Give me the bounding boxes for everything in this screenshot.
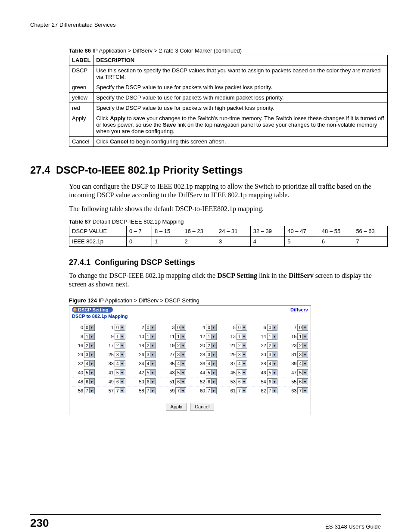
chevron-down-icon: ▼	[272, 343, 277, 348]
mapping-cell: 354▼	[163, 360, 186, 367]
priority-select[interactable]: 6▼	[206, 378, 217, 385]
priority-select[interactable]: 4▼	[84, 360, 95, 367]
table86-caption-text: IP Application > DiffServ > 2-rate 3 Col…	[91, 47, 242, 54]
priority-select[interactable]: 7▼	[145, 387, 156, 394]
priority-select[interactable]: 1▼	[237, 333, 247, 340]
priority-select[interactable]: 6▼	[297, 378, 308, 385]
priority-select[interactable]: 0▼	[175, 324, 186, 331]
mapping-cell: 394▼	[285, 360, 308, 367]
chevron-down-icon: ▼	[242, 352, 246, 357]
priority-select[interactable]: 2▼	[145, 342, 156, 349]
priority-select[interactable]: 5▼	[206, 369, 217, 376]
priority-select[interactable]: 5▼	[237, 369, 247, 376]
priority-select[interactable]: 6▼	[115, 378, 125, 385]
cancel-button[interactable]: Cancel	[190, 403, 214, 411]
diffserv-link[interactable]: Diffserv	[290, 307, 308, 312]
priority-select[interactable]: 3▼	[206, 351, 217, 358]
cell-desc: Specify the DSCP value to use for packet…	[93, 103, 388, 113]
priority-select[interactable]: 2▼	[206, 342, 217, 349]
mapping-row: 405▼415▼425▼435▼445▼455▼465▼475▼	[72, 368, 308, 377]
priority-select[interactable]: 1▼	[115, 333, 125, 340]
priority-select[interactable]: 4▼	[145, 360, 156, 367]
priority-select[interactable]: 1▼	[297, 333, 308, 340]
priority-select[interactable]: 7▼	[237, 387, 247, 394]
mapping-cell: 91▼	[103, 333, 125, 340]
priority-select[interactable]: 3▼	[297, 351, 308, 358]
priority-select[interactable]: 3▼	[175, 351, 186, 358]
priority-select[interactable]: 2▼	[84, 342, 95, 349]
priority-select[interactable]: 0▼	[84, 324, 95, 331]
priority-select[interactable]: 2▼	[115, 342, 125, 349]
apply-button[interactable]: Apply	[166, 403, 187, 411]
priority-select[interactable]: 7▼	[175, 387, 186, 394]
priority-value: 5	[269, 370, 271, 375]
priority-value: 7	[238, 389, 241, 393]
priority-select[interactable]: 1▼	[206, 333, 217, 340]
priority-select[interactable]: 3▼	[115, 351, 125, 358]
mapping-cell: 637▼	[285, 387, 308, 394]
dscp-index: 20	[199, 343, 205, 348]
priority-value: 6	[208, 380, 210, 384]
priority-select[interactable]: 3▼	[267, 351, 278, 358]
priority-select[interactable]: 6▼	[267, 378, 278, 385]
priority-select[interactable]: 6▼	[84, 378, 95, 385]
priority-select[interactable]: 5▼	[145, 369, 156, 376]
priority-select[interactable]: 1▼	[145, 333, 156, 340]
mapping-cell: 70▼	[285, 324, 308, 331]
chevron-down-icon: ▼	[211, 343, 216, 348]
priority-select[interactable]: 5▼	[267, 369, 278, 376]
priority-select[interactable]: 1▼	[84, 333, 95, 340]
priority-select[interactable]: 4▼	[175, 360, 186, 367]
mapping-cell: 121▼	[194, 333, 217, 340]
dscp-index: 9	[108, 334, 114, 339]
chevron-down-icon: ▼	[89, 379, 94, 384]
mapping-cell: 101▼	[133, 333, 156, 340]
priority-select[interactable]: 0▼	[267, 324, 278, 331]
priority-select[interactable]: 2▼	[237, 342, 247, 349]
priority-value: 6	[269, 380, 271, 384]
priority-select[interactable]: 3▼	[237, 351, 247, 358]
priority-select[interactable]: 4▼	[297, 360, 308, 367]
priority-select[interactable]: 4▼	[267, 360, 278, 367]
priority-select[interactable]: 7▼	[206, 387, 217, 394]
dscp-index: 19	[168, 343, 174, 348]
mapping-cell: 263▼	[133, 351, 156, 358]
priority-select[interactable]: 1▼	[175, 333, 186, 340]
priority-select[interactable]: 7▼	[297, 387, 308, 394]
priority-value: 6	[238, 380, 241, 384]
priority-select[interactable]: 7▼	[115, 387, 125, 394]
priority-select[interactable]: 5▼	[297, 369, 308, 376]
mapping-cell: 405▼	[72, 369, 95, 376]
priority-select[interactable]: 2▼	[297, 342, 308, 349]
chevron-down-icon: ▼	[272, 334, 277, 339]
priority-select[interactable]: 4▼	[206, 360, 217, 367]
priority-select[interactable]: 6▼	[237, 378, 247, 385]
priority-value: 3	[116, 352, 119, 357]
priority-select[interactable]: 6▼	[145, 378, 156, 385]
cell: 8 – 15	[152, 226, 182, 236]
priority-select[interactable]: 5▼	[175, 369, 186, 376]
mapping-cell: 20▼	[133, 324, 156, 331]
priority-select[interactable]: 2▼	[175, 342, 186, 349]
priority-select[interactable]: 1▼	[267, 333, 278, 340]
priority-select[interactable]: 6▼	[175, 378, 186, 385]
priority-select[interactable]: 7▼	[267, 387, 278, 394]
priority-select[interactable]: 3▼	[145, 351, 156, 358]
priority-select[interactable]: 5▼	[84, 369, 95, 376]
cell-desc: Use this section to specify the DSCP val…	[93, 65, 388, 82]
chevron-down-icon: ▼	[150, 334, 155, 339]
priority-select[interactable]: 0▼	[237, 324, 247, 331]
priority-select[interactable]: 0▼	[206, 324, 217, 331]
priority-select[interactable]: 0▼	[145, 324, 156, 331]
priority-select[interactable]: 2▼	[267, 342, 278, 349]
priority-select[interactable]: 5▼	[115, 369, 125, 376]
priority-select[interactable]: 0▼	[115, 324, 125, 331]
priority-select[interactable]: 4▼	[115, 360, 125, 367]
dscp-index: 21	[230, 343, 236, 348]
priority-select[interactable]: 4▼	[237, 360, 247, 367]
priority-select[interactable]: 0▼	[297, 324, 308, 331]
priority-select[interactable]: 7▼	[84, 387, 95, 394]
priority-select[interactable]: 3▼	[84, 351, 95, 358]
mapping-row: 243▼253▼263▼273▼283▼293▼303▼313▼	[72, 350, 308, 359]
mapping-cell: 151▼	[285, 333, 308, 340]
